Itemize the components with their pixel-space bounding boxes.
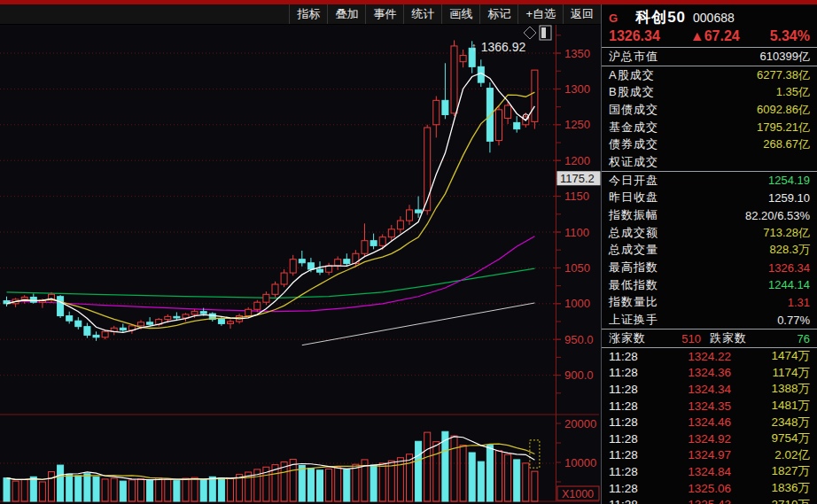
volume-bar (120, 481, 126, 501)
volume-bar (486, 446, 493, 501)
stat-value: 1326.34 (768, 261, 810, 275)
stat-value: 1795.21亿 (757, 120, 810, 136)
tick-price: 1324.34 (655, 383, 731, 396)
volume-bar (478, 461, 484, 501)
candle-body (191, 312, 198, 314)
candle-body (290, 260, 296, 273)
stat-row: 最低指数1244.14 (602, 276, 817, 294)
stat-row: 沪总市值610399亿 (602, 48, 817, 66)
candle-body (58, 297, 64, 316)
candle-body (245, 309, 252, 315)
volume-bar (93, 477, 99, 501)
tick-volume: 1481万 (731, 398, 810, 414)
tick-time: 11:28 (609, 399, 655, 413)
tick-volume: 1827万 (731, 463, 810, 479)
volume-bar (200, 479, 206, 501)
candle-body (505, 105, 511, 119)
kline-chart-canvas[interactable]: 13501300125012001150110010501000950.0900… (0, 0, 603, 504)
price-header: 1326.34 ▲67.24 5.34% (602, 25, 817, 47)
stat-label: A股成交 (609, 67, 655, 83)
peak-arrow: ↑ (471, 40, 477, 53)
stat-label: 今日开盘 (609, 173, 658, 189)
tick-list: 11:281324.221474万11:281324.361174万11:281… (602, 348, 817, 504)
tick-price: 1324.22 (655, 350, 731, 363)
volume-bar (30, 477, 36, 501)
price-axis-label: 1050 (564, 261, 590, 275)
candle-body (486, 89, 493, 142)
stat-value: 268.67亿 (763, 136, 810, 152)
price-change: ▲67.24 (690, 28, 740, 44)
tick-time: 11:28 (609, 415, 655, 429)
volume-bar (416, 441, 422, 501)
tick-time: 11:28 (609, 366, 655, 379)
price-axis-label: 1100 (564, 226, 589, 239)
tick-row: 11:281325.432710万 (602, 496, 817, 504)
stat-value: 0.77% (777, 314, 810, 327)
stat-label: 指数振幅 (609, 207, 658, 223)
tick-time: 11:28 (609, 498, 655, 504)
toolbar-button-1[interactable]: 指标 (289, 4, 327, 24)
tick-volume: 2710万 (731, 497, 810, 504)
candle-body (30, 298, 36, 303)
candle-body (120, 328, 126, 330)
candle-body (442, 100, 448, 114)
volume-bar (84, 474, 90, 501)
candle-body (147, 322, 153, 324)
stat-value: 6092.86亿 (757, 102, 810, 118)
panel-layout-icon[interactable] (540, 26, 551, 40)
stat-label: 总成交额 (609, 225, 658, 241)
stat-label: 指数量比 (609, 294, 658, 310)
candle-body (424, 128, 431, 211)
candle-body (93, 335, 99, 337)
stat-label: 沪总市值 (609, 49, 658, 65)
toolbar-button-8[interactable]: 返回 (563, 4, 601, 24)
candle-body (200, 312, 206, 314)
stat-row: 指数量比1.31 (602, 294, 817, 312)
stat-label: 基金成交 (609, 120, 658, 136)
stat-row: 总成交额713.28亿 (602, 224, 817, 242)
candle-body (433, 100, 440, 124)
toolbar-button-4[interactable]: 统计 (403, 4, 441, 24)
tick-row: 11:281325.061836万 (602, 480, 817, 497)
quote-panel: G 科创50 000688 1326.34 ▲67.24 5.34% 沪总市值6… (601, 0, 817, 504)
toolbar-button-2[interactable]: 叠加 (327, 4, 365, 24)
toolbar-button-3[interactable]: 事件 (365, 4, 403, 24)
tick-row: 11:281324.462348万 (602, 414, 817, 430)
candle-body (317, 269, 323, 272)
toolbar-button-5[interactable]: 画线 (441, 4, 479, 24)
volume-bar (66, 474, 73, 501)
candle-body (281, 273, 287, 284)
volume-unit-label: X1000 (562, 488, 594, 500)
stat-label: 最低指数 (609, 277, 658, 293)
candle-body (75, 321, 82, 326)
stat-label: 国债成交 (609, 102, 658, 118)
toolbar: 指标叠加事件统计画线标记+自选返回 (0, 4, 601, 25)
tick-volume: 2348万 (731, 415, 810, 430)
price-axis-label: 1300 (564, 82, 590, 96)
instrument-header: G 科创50 000688 (602, 4, 817, 25)
stat-row: 昨日收盘1259.10 (602, 190, 817, 207)
stat-row: B股成交1.35亿 (602, 83, 817, 101)
volume-bar (469, 453, 475, 501)
stat-value: 1259.10 (768, 191, 810, 205)
breadth-row: 涨家数 510 跌家数 76 (602, 330, 817, 347)
tick-volume: 9754万 (731, 430, 810, 446)
market-flag: G (609, 12, 618, 25)
stat-value: 1.31 (788, 296, 810, 309)
stat-label: 总成交量 (609, 242, 658, 258)
candle-body (299, 260, 305, 263)
decliners-count: 76 (747, 332, 810, 345)
candle-body (174, 316, 180, 318)
candle-body (307, 263, 314, 269)
toolbar-button-7[interactable]: +自选 (517, 4, 563, 24)
tick-price: 1324.36 (655, 366, 731, 379)
top-red-strip (0, 0, 817, 4)
volume-bar (209, 477, 215, 501)
toolbar-button-6[interactable]: 标记 (479, 4, 517, 24)
candle-body (66, 316, 73, 322)
tick-price: 1324.92 (655, 432, 731, 446)
price-axis-label: 1150 (564, 190, 589, 203)
candle-body (397, 221, 403, 229)
market-stats-section: 沪总市值610399亿A股成交6277.38亿B股成交1.35亿国债成交6092… (602, 48, 817, 171)
candle-body (388, 229, 394, 237)
